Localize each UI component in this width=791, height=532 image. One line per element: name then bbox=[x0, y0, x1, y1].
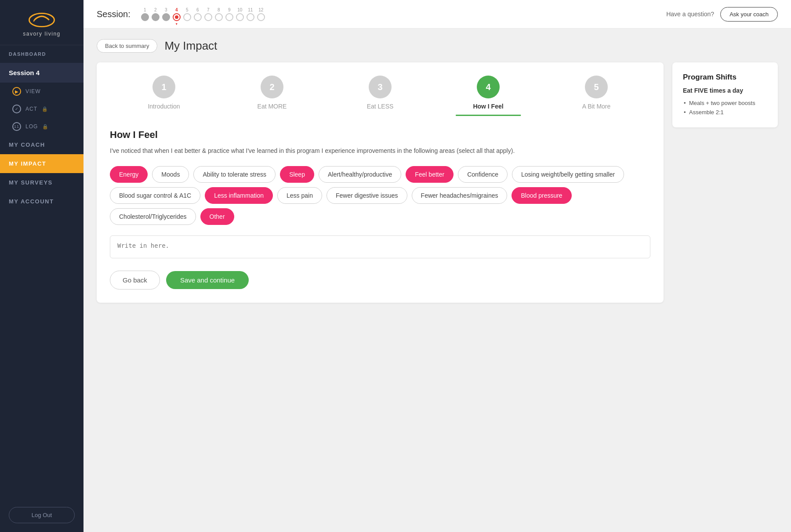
section-description: I've noticed that when I eat better & pr… bbox=[110, 146, 650, 156]
save-continue-button[interactable]: Save and continue bbox=[166, 271, 249, 289]
sidebar: savory living DASHBOARD Session 4 ▶ VIEW… bbox=[0, 0, 83, 532]
dot-6: 6 bbox=[194, 7, 202, 21]
savory-living-logo bbox=[26, 10, 57, 28]
step-5-circle: 5 bbox=[585, 76, 608, 98]
logo-text: savory living bbox=[23, 31, 61, 37]
step-3: 3 Eat LESS bbox=[326, 76, 434, 116]
sidebar-item-my-surveys[interactable]: MY SURVEYS bbox=[0, 173, 83, 192]
step-2-label: Eat MORE bbox=[258, 103, 287, 110]
progress-dots: 1 2 3 4 5 bbox=[141, 7, 265, 21]
sidebar-item-log[interactable]: 11 LOG 🔒 bbox=[0, 118, 83, 135]
step-1-circle: 1 bbox=[152, 76, 175, 98]
dot-7: 7 bbox=[204, 7, 212, 21]
have-question-text: Have a question? bbox=[666, 11, 714, 18]
program-shift-item: Assemble 2:1 bbox=[683, 108, 767, 117]
tag-feel_better[interactable]: Feel better bbox=[406, 166, 454, 183]
lock-icon-act: 🔒 bbox=[42, 106, 48, 112]
tag-losing_weight[interactable]: Losing weight/belly getting smaller bbox=[512, 166, 624, 183]
session-label: Session: bbox=[97, 9, 131, 19]
top-bar: Session: 1 2 3 4 5 bbox=[83, 0, 791, 29]
go-back-button[interactable]: Go back bbox=[110, 271, 160, 290]
step-2: 2 Eat MORE bbox=[218, 76, 326, 116]
main-content: Session: 1 2 3 4 5 bbox=[83, 0, 791, 532]
sidebar-navigation: DASHBOARD Session 4 ▶ VIEW ✓ ACT 🔒 11 LO… bbox=[0, 45, 83, 498]
log-number-icon: 11 bbox=[12, 122, 21, 131]
sidebar-item-my-coach[interactable]: MY COACH bbox=[0, 135, 83, 154]
program-shift-item: Meals + two power boosts bbox=[683, 98, 767, 108]
tag-moods[interactable]: Moods bbox=[152, 166, 189, 183]
step-5: 5 A Bit More bbox=[542, 76, 650, 116]
step-1-label: Introduction bbox=[148, 103, 180, 110]
lock-icon-log: 🔒 bbox=[42, 124, 49, 130]
tag-digestive[interactable]: Fewer digestive issues bbox=[327, 187, 407, 204]
dot-2: 2 bbox=[152, 7, 160, 21]
play-icon: ▶ bbox=[12, 87, 21, 96]
step-3-label: Eat LESS bbox=[367, 103, 394, 110]
tag-blood_pressure[interactable]: Blood pressure bbox=[512, 187, 571, 204]
program-shifts-list: Meals + two power boostsAssemble 2:1 bbox=[683, 98, 767, 117]
tag-other[interactable]: Other bbox=[200, 208, 234, 225]
dot-12: 12 bbox=[257, 7, 265, 21]
tag-less_pain[interactable]: Less pain bbox=[277, 187, 322, 204]
page-header: Back to summary My Impact bbox=[97, 39, 778, 53]
top-bar-right: Have a question? Ask your coach bbox=[666, 7, 778, 22]
tag-energy[interactable]: Energy bbox=[110, 166, 148, 183]
step-5-label: A Bit More bbox=[582, 103, 611, 110]
write-in-field[interactable] bbox=[110, 235, 650, 258]
program-shifts-title: Program Shifts bbox=[683, 73, 767, 82]
tag-sleep[interactable]: Sleep bbox=[280, 166, 314, 183]
sidebar-item-session4[interactable]: Session 4 bbox=[0, 63, 83, 83]
tag-headaches[interactable]: Fewer headaches/migraines bbox=[412, 187, 508, 204]
sidebar-bottom: Log Out bbox=[0, 498, 83, 532]
sidebar-item-act[interactable]: ✓ ACT 🔒 bbox=[0, 100, 83, 118]
program-shifts-card: Program Shifts Eat FIVE times a day Meal… bbox=[672, 62, 778, 127]
dot-4: 4 bbox=[173, 7, 181, 21]
tags-container: EnergyMoodsAbility to tolerate stressSle… bbox=[110, 166, 650, 225]
sidebar-item-dashboard[interactable]: DASHBOARD bbox=[0, 45, 83, 63]
sidebar-item-my-impact[interactable]: MY IMPACT bbox=[0, 154, 83, 173]
content-layout: 1 Introduction 2 Eat MORE 3 Eat LESS 4 H… bbox=[97, 62, 778, 303]
step-2-circle: 2 bbox=[261, 76, 283, 98]
step-4-circle: 4 bbox=[477, 76, 500, 98]
step-4-label: How I Feel bbox=[473, 103, 503, 110]
back-to-summary-button[interactable]: Back to summary bbox=[97, 39, 157, 53]
step-1: 1 Introduction bbox=[110, 76, 218, 116]
tag-alert[interactable]: Alert/healthy/productive bbox=[319, 166, 401, 183]
session-progress: Session: 1 2 3 4 5 bbox=[97, 7, 265, 21]
section-title: How I Feel bbox=[110, 129, 650, 141]
svg-point-0 bbox=[29, 13, 54, 26]
step-3-circle: 3 bbox=[369, 76, 392, 98]
dot-3: 3 bbox=[162, 7, 170, 21]
tag-less_inflammation[interactable]: Less inflammation bbox=[205, 187, 273, 204]
program-shifts-subtitle: Eat FIVE times a day bbox=[683, 87, 767, 94]
logout-button[interactable]: Log Out bbox=[9, 507, 75, 523]
dot-1: 1 bbox=[141, 7, 149, 21]
page-area: Back to summary My Impact 1 Introduction… bbox=[83, 29, 791, 532]
tag-confidence[interactable]: Confidence bbox=[458, 166, 508, 183]
dot-9: 9 bbox=[225, 7, 233, 21]
sidebar-item-my-account[interactable]: MY ACCOUNT bbox=[0, 192, 83, 211]
tag-blood_sugar[interactable]: Blood sugar control & A1C bbox=[110, 187, 200, 204]
dot-10: 10 bbox=[236, 7, 244, 21]
step-4: 4 How I Feel bbox=[434, 76, 542, 116]
check-icon: ✓ bbox=[12, 105, 21, 113]
dot-8: 8 bbox=[215, 7, 223, 21]
tag-cholesterol[interactable]: Cholesterol/Triglycerides bbox=[110, 208, 196, 225]
ask-coach-button[interactable]: Ask your coach bbox=[720, 7, 778, 22]
main-card: 1 Introduction 2 Eat MORE 3 Eat LESS 4 H… bbox=[97, 62, 664, 303]
logo-area: savory living bbox=[0, 0, 83, 45]
dot-5: 5 bbox=[183, 7, 191, 21]
sidebar-item-view[interactable]: ▶ VIEW bbox=[0, 83, 83, 100]
tag-stress[interactable]: Ability to tolerate stress bbox=[193, 166, 276, 183]
page-title: My Impact bbox=[164, 39, 217, 53]
step-indicators: 1 Introduction 2 Eat MORE 3 Eat LESS 4 H… bbox=[110, 76, 650, 116]
dot-11: 11 bbox=[247, 7, 254, 21]
action-buttons: Go back Save and continue bbox=[110, 271, 650, 290]
